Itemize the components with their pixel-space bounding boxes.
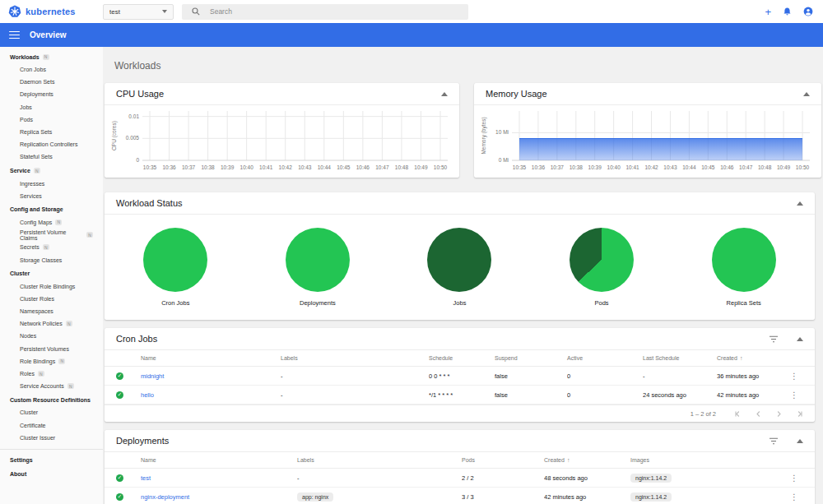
sidebar-section-workloads[interactable]: WorkloadsN	[0, 49, 103, 63]
menu-hamburger-icon[interactable]	[9, 31, 20, 39]
sidebar-item-services[interactable]: Services	[0, 190, 103, 202]
sidebar-item-label: Namespaces	[20, 308, 53, 314]
col-created[interactable]: Created↑	[544, 457, 630, 463]
sidebar-item-ingresses[interactable]: Ingresses	[0, 178, 103, 190]
col-labels[interactable]: Labels	[297, 457, 462, 463]
search-input[interactable]	[210, 7, 416, 16]
sidebar-section-config-and-storage[interactable]: Config and Storage	[0, 202, 103, 216]
sidebar-item-namespaces[interactable]: Namespaces	[0, 305, 103, 317]
col-pods[interactable]: Pods	[462, 457, 544, 463]
sidebar-item-service-accounts[interactable]: Service AccountsN	[0, 380, 103, 392]
col-schedule[interactable]: Schedule	[429, 355, 495, 361]
sidebar-item-replication-controllers[interactable]: Replication Controllers	[0, 138, 103, 150]
col-images[interactable]: Images	[630, 457, 785, 463]
sidebar-item-cluster-role-bindings[interactable]: Cluster Role Bindings	[0, 280, 103, 293]
last-page-icon[interactable]	[796, 410, 803, 418]
sidebar-item-deployments[interactable]: Deployments	[0, 88, 103, 100]
svg-text:10:46: 10:46	[356, 164, 370, 170]
filter-icon[interactable]	[769, 335, 779, 343]
sidebar-item-label: Pods	[20, 117, 33, 123]
relative-time: 42 minutes ago	[717, 391, 759, 399]
sidebar-section-service[interactable]: ServiceN	[0, 164, 103, 178]
row-menu-icon[interactable]: ⋮	[785, 474, 803, 483]
sidebar-item-persistent-volume-claims[interactable]: Persistent Volume ClaimsN	[0, 229, 103, 241]
sidebar-item-config-maps[interactable]: Config MapsN	[0, 216, 103, 229]
sidebar-item-daemon-sets[interactable]: Daemon Sets	[0, 76, 103, 88]
sidebar-item-settings[interactable]: Settings	[0, 453, 103, 467]
sidebar-item-pods[interactable]: Pods	[0, 113, 103, 126]
svg-text:10:47: 10:47	[739, 164, 753, 170]
collapse-icon[interactable]	[797, 439, 803, 443]
row-link[interactable]: hello	[141, 391, 281, 399]
status-ok-icon: ✓	[116, 372, 123, 380]
sidebar-section-label: Workloads	[10, 54, 40, 60]
row-menu-icon[interactable]: ⋮	[785, 492, 803, 502]
account-icon[interactable]	[803, 7, 813, 16]
sidebar-item-about[interactable]: About	[0, 467, 103, 481]
sidebar-item-stateful-sets[interactable]: Stateful Sets	[0, 150, 103, 163]
cell-text: */1 * * * *	[429, 391, 495, 399]
first-page-icon[interactable]	[734, 410, 742, 418]
sidebar-item-network-policies[interactable]: Network PoliciesN	[0, 317, 103, 330]
pods-pie-chart[interactable]	[570, 228, 634, 292]
table-row[interactable]: ✓midnight-0 0 * * *false0-36 minutes ago…	[105, 367, 815, 386]
row-menu-icon[interactable]: ⋮	[785, 391, 803, 400]
collapse-icon[interactable]	[441, 92, 448, 96]
col-name[interactable]: Name	[141, 457, 297, 463]
row-link[interactable]: test	[141, 474, 297, 482]
sidebar-item-certificate[interactable]: Certificate	[0, 419, 103, 432]
workload-status-card: Workload Status Cron JobsDeploymentsJobs…	[105, 192, 815, 320]
sidebar-item-roles[interactable]: RolesN	[0, 368, 103, 380]
table-row[interactable]: ✓test-2 / 248 seconds agonginx:1.14.2⋮	[105, 469, 815, 488]
next-page-icon[interactable]	[775, 410, 783, 418]
sidebar-item-replica-sets[interactable]: Replica Sets	[0, 126, 103, 138]
col-active[interactable]: Active	[567, 355, 643, 361]
svg-text:10:48: 10:48	[395, 164, 409, 170]
notifications-bell-icon[interactable]	[783, 7, 792, 16]
sidebar-section-custom-resource-definitions[interactable]: Custom Resource Definitions	[0, 392, 103, 406]
col-labels[interactable]: Labels	[281, 355, 429, 361]
sidebar-item-secrets[interactable]: SecretsN	[0, 241, 103, 253]
sidebar-item-jobs[interactable]: Jobs	[0, 101, 103, 113]
previous-page-icon[interactable]	[755, 410, 762, 418]
sidebar-item-cluster-roles[interactable]: Cluster Roles	[0, 293, 103, 305]
collapse-icon[interactable]	[797, 201, 803, 206]
sidebar-item-label: Cluster Role Bindings	[20, 284, 75, 289]
sidebar-section-cluster[interactable]: Cluster	[0, 266, 103, 280]
deployments-pie-chart[interactable]	[286, 228, 350, 292]
col-suspend[interactable]: Suspend	[495, 355, 567, 361]
namespace-selector[interactable]: test	[103, 4, 174, 20]
sidebar-item-persistent-volumes[interactable]: Persistent Volumes	[0, 343, 103, 355]
create-resource-button[interactable]: +	[765, 7, 771, 17]
kubernetes-logo[interactable]: kubernetes	[0, 5, 103, 18]
jobs-pie-chart[interactable]	[427, 228, 491, 292]
collapse-icon[interactable]	[797, 337, 803, 341]
sidebar-divider	[0, 449, 103, 450]
row-menu-icon[interactable]: ⋮	[785, 372, 803, 381]
sidebar-item-cluster[interactable]: Cluster	[0, 406, 103, 418]
col-created[interactable]: Created↑	[717, 355, 785, 361]
search-box[interactable]	[182, 4, 468, 20]
workload-pie-deployments: Deployments	[247, 228, 389, 307]
cron-jobs-pie-chart[interactable]	[143, 228, 207, 292]
sidebar-item-role-bindings[interactable]: Role BindingsN	[0, 355, 103, 368]
col-last-schedule[interactable]: Last Schedule	[643, 355, 717, 361]
row-link[interactable]: midnight	[141, 372, 281, 380]
replica-sets-pie-chart[interactable]	[712, 228, 776, 292]
filter-icon[interactable]	[769, 437, 779, 445]
sidebar-item-label: Deployments	[20, 91, 53, 97]
sidebar-section-label: Config and Storage	[10, 206, 63, 212]
sidebar-item-cluster-issuer[interactable]: Cluster Issuer	[0, 432, 103, 444]
sidebar-item-label: Daemon Sets	[20, 79, 54, 85]
table-row[interactable]: ✓hello-*/1 * * * *false024 seconds ago42…	[105, 386, 815, 405]
col-name[interactable]: Name	[141, 355, 281, 361]
collapse-icon[interactable]	[803, 92, 810, 96]
row-link[interactable]: nginx-deployment	[141, 493, 297, 501]
sidebar-item-storage-classes[interactable]: Storage Classes	[0, 253, 103, 266]
table-row[interactable]: ✓nginx-deploymentapp: nginx3 / 342 minut…	[105, 488, 815, 504]
sidebar-item-nodes[interactable]: Nodes	[0, 330, 103, 342]
sort-asc-icon: ↑	[567, 457, 570, 463]
sidebar-item-cron-jobs[interactable]: Cron Jobs	[0, 63, 103, 76]
sidebar-section-label: Service	[10, 168, 30, 173]
sidebar-item-label: Ingresses	[20, 181, 44, 187]
